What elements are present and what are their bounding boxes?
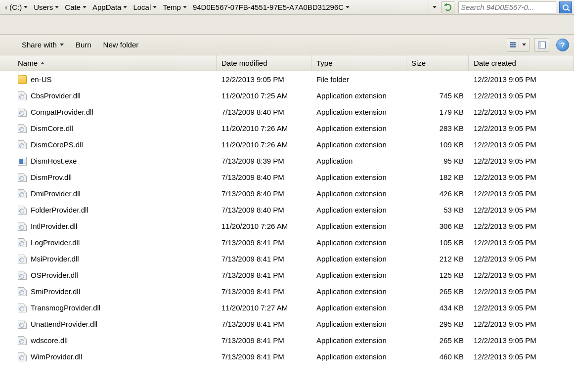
file-row[interactable]: OSProvider.dll7/13/2009 8:41 PMApplicati… [13,267,574,283]
file-row[interactable]: TransmogProvider.dll11/20/2010 7:27 AMAp… [13,300,574,316]
file-date-created: 12/2/2013 9:05 PM [469,320,574,328]
view-mode-dropdown[interactable] [519,39,529,51]
file-date-created: 12/2/2013 9:05 PM [469,271,574,279]
refresh-button[interactable] [442,1,454,13]
toolbar-label: Share with [22,41,57,49]
dll-icon [18,287,27,296]
file-date-created: 12/2/2013 9:05 PM [469,157,574,165]
file-type: Application extension [311,124,406,132]
column-label: Type [316,59,333,67]
file-date-created: 12/2/2013 9:05 PM [469,108,574,116]
column-label: Size [411,59,426,67]
file-name: LogProvider.dll [31,238,80,247]
search-input[interactable]: Search 94D0E567-0... [458,1,556,13]
chevron-down-icon [83,6,87,8]
sort-ascending-icon [41,62,44,64]
burn-button[interactable]: Burn [71,38,96,52]
view-mode-selector[interactable] [507,38,530,52]
breadcrumb: ‹ (C:)UsersCateAppDataLocalTemp94D0E567-… [2,1,353,13]
file-name: CbsProvider.dll [31,91,81,100]
column-header-date-created[interactable]: Date created [469,55,574,71]
file-date-modified: 7/13/2009 8:40 PM [217,173,311,181]
file-row[interactable]: FolderProvider.dll7/13/2009 8:40 PMAppli… [13,202,574,218]
file-row[interactable]: en-US12/2/2013 9:05 PMFile folder12/2/20… [13,71,574,87]
file-date-created: 12/2/2013 9:05 PM [469,75,574,84]
file-name: IntlProvider.dll [31,222,77,230]
dll-icon [18,222,27,231]
file-type: Application extension [311,287,406,296]
address-dropdown[interactable] [429,1,440,13]
toolbar-label: Burn [76,41,91,49]
dll-icon [18,271,27,280]
file-date-created: 12/2/2013 9:05 PM [469,287,574,296]
file-size: 745 KB [406,91,469,100]
breadcrumb-label: Temp [163,3,183,11]
breadcrumb-label: AppData [92,3,123,11]
dll-icon [18,304,27,312]
file-row[interactable]: IntlProvider.dll11/20/2010 7:26 AMApplic… [13,218,574,234]
file-date-created: 12/2/2013 9:05 PM [469,304,574,312]
file-row[interactable]: DismCorePS.dll11/20/2010 7:26 AMApplicat… [13,136,574,153]
share-with-button[interactable]: Share with [17,38,69,52]
file-row[interactable]: DismHost.exe7/13/2009 8:39 PMApplication… [13,153,574,169]
file-name: DmiProvider.dll [31,189,81,198]
new-folder-button[interactable]: New folder [98,38,144,52]
file-name: CompatProvider.dll [31,108,93,116]
breadcrumb-segment[interactable]: Users [31,1,62,13]
column-header-size[interactable]: Size [406,55,469,71]
breadcrumb-segment[interactable]: 94D0E567-07FB-4551-97E5-A7A0BD31296C [190,1,353,13]
menu-strip [0,15,574,35]
file-row[interactable]: CbsProvider.dll11/20/2010 7:25 AMApplica… [13,87,574,104]
file-size: 295 KB [406,320,469,328]
file-row[interactable]: DismProv.dll7/13/2009 8:40 PMApplication… [13,169,574,185]
view-list-icon[interactable] [507,39,519,51]
file-row[interactable]: UnattendProvider.dll7/13/2009 8:41 PMApp… [13,316,574,332]
breadcrumb-label: Cate [65,3,83,11]
file-row[interactable]: LogProvider.dll7/13/2009 8:41 PMApplicat… [13,234,574,251]
column-label: Name [18,59,38,67]
breadcrumb-segment[interactable]: AppData [89,1,130,13]
dll-icon [18,352,27,361]
file-type: File folder [311,75,406,84]
column-header-type[interactable]: Type [311,55,406,71]
address-bar: ‹ (C:)UsersCateAppDataLocalTemp94D0E567-… [0,0,574,15]
file-type: Application extension [311,108,406,116]
file-name: OSProvider.dll [31,271,78,279]
file-date-created: 12/2/2013 9:05 PM [469,206,574,214]
file-row[interactable]: DmiProvider.dll7/13/2009 8:40 PMApplicat… [13,185,574,202]
preview-pane-button[interactable] [534,38,549,52]
file-row[interactable]: SmiProvider.dll7/13/2009 8:41 PMApplicat… [13,283,574,300]
search-placeholder: Search 94D0E567-0... [461,3,534,11]
column-header-date-modified[interactable]: Date modified [217,55,311,71]
file-type: Application extension [311,173,406,181]
file-date-created: 12/2/2013 9:05 PM [469,238,574,247]
search-button[interactable] [559,1,572,13]
folder-icon [18,75,27,84]
file-row[interactable]: CompatProvider.dll7/13/2009 8:40 PMAppli… [13,104,574,120]
help-button[interactable]: ? [556,39,569,51]
chevron-down-icon [522,44,526,46]
chevron-down-icon [55,6,59,8]
file-date-modified: 7/13/2009 8:41 PM [217,238,311,247]
file-date-modified: 7/13/2009 8:41 PM [217,255,311,263]
breadcrumb-label: 94D0E567-07FB-4551-97E5-A7A0BD31296C [193,3,346,11]
file-size: 182 KB [406,173,469,181]
column-headers: Name Date modified Type Size Date create… [0,55,574,71]
file-row[interactable]: WimProvider.dll7/13/2009 8:41 PMApplicat… [13,348,574,365]
file-date-modified: 7/13/2009 8:41 PM [217,336,311,345]
file-size: 179 KB [406,108,469,116]
file-name: DismProv.dll [31,173,72,181]
file-row[interactable]: DismCore.dll11/20/2010 7:26 AMApplicatio… [13,120,574,136]
file-row[interactable]: MsiProvider.dll7/13/2009 8:41 PMApplicat… [13,251,574,267]
breadcrumb-segment[interactable]: Cate [62,1,89,13]
file-date-created: 12/2/2013 9:05 PM [469,255,574,263]
column-label: Date modified [221,59,267,67]
breadcrumb-segment[interactable]: ‹ (C:) [2,1,31,13]
column-label: Date created [474,59,516,67]
breadcrumb-segment[interactable]: Temp [160,1,190,13]
dll-icon [18,140,27,149]
file-row[interactable]: wdscore.dll7/13/2009 8:41 PMApplication … [13,332,574,348]
breadcrumb-segment[interactable]: Local [130,1,160,13]
file-size: 109 KB [406,140,469,149]
column-header-name[interactable]: Name [13,55,217,71]
